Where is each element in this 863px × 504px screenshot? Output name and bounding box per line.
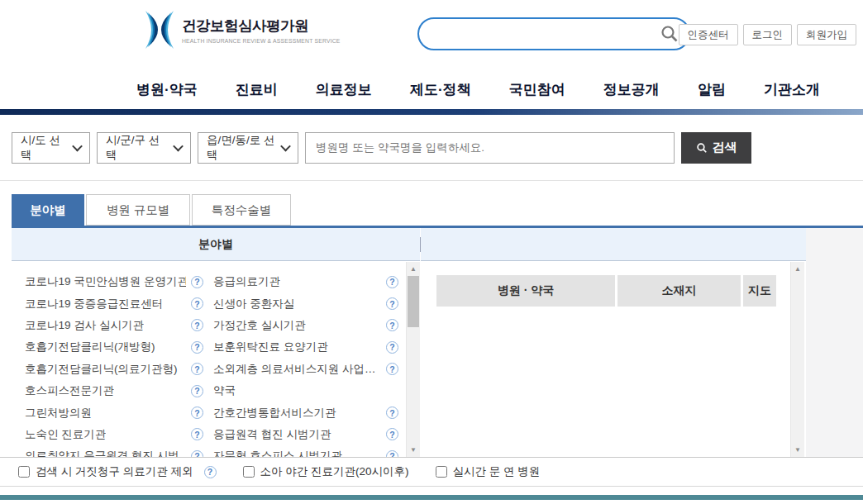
help-icon[interactable]: ? (191, 428, 203, 440)
help-icon[interactable]: ? (386, 297, 398, 310)
search-button[interactable]: 검색 (681, 132, 751, 164)
category-item[interactable]: 자문형 호스피스 시범기관 ? (213, 445, 398, 457)
checkbox-label: 소아 야간 진료기관(20시이후) (260, 464, 409, 479)
category-item[interactable]: 그린처방의원 ? (25, 402, 203, 423)
checkbox[interactable] (436, 466, 447, 478)
help-icon[interactable]: ? (386, 407, 398, 419)
scroll-down-icon[interactable]: ▼ (791, 444, 804, 456)
footer-filter-option[interactable]: 검색 시 거짓청구 의료기관 제외 ? (18, 464, 217, 479)
utility-buttons: 인증센터 로그인 회원가입 (679, 24, 857, 45)
global-search-input[interactable] (432, 21, 651, 46)
utility-button[interactable]: 회원가입 (797, 24, 856, 45)
main-nav: 병원·약국 진료비 의료정보 제도·정책 국민참여 정보공개 알림 기관소개 (136, 70, 820, 109)
category-item-label: 그린처방의원 (25, 406, 92, 421)
dong-select[interactable]: 읍/면/동/로 선택 (198, 132, 298, 164)
results-table-header: 병원 · 약국 소재지 지도 (436, 275, 776, 307)
category-item[interactable]: 응급의료기관 ? (213, 271, 398, 292)
category-item-label: 신생아 중환자실 (213, 297, 294, 311)
column-location: 소재지 (617, 275, 741, 307)
sigungu-select[interactable]: 시/군/구 선택 (97, 132, 191, 164)
help-icon[interactable]: ? (191, 319, 203, 331)
help-icon[interactable]: ? (386, 450, 398, 457)
scroll-down-icon[interactable]: ▼ (407, 444, 420, 456)
category-item[interactable]: 코로나19 중증응급진료센터 ? (25, 292, 203, 314)
site-subtitle: HEALTH INSURANCE REVIEW & ASSESSMENT SER… (182, 38, 341, 44)
category-item[interactable]: 신생아 중환자실 ? (213, 292, 398, 314)
nav-item[interactable]: 알림 (698, 80, 726, 99)
category-item-label: 간호간병통합서비스기관 (213, 406, 336, 421)
sido-select[interactable]: 시/도 선택 (12, 132, 90, 164)
category-item[interactable]: 가정간호 실시기관 ? (213, 315, 398, 336)
help-icon[interactable]: ? (191, 450, 203, 457)
sigungu-select-label: 시/군/구 선택 (106, 133, 169, 163)
category-item[interactable]: 응급원격 협진 시범기관 ? (213, 424, 398, 445)
checkbox-label: 실시간 문 연 병원 (453, 464, 541, 479)
search-icon[interactable] (660, 24, 679, 44)
tab-by-field[interactable]: 분야별 (12, 194, 84, 226)
help-icon[interactable]: ? (386, 363, 398, 375)
category-item-label: 호흡기전담클리닉(개방형) (25, 340, 155, 354)
utility-button[interactable]: 인증센터 (679, 24, 738, 45)
help-icon[interactable]: ? (191, 385, 203, 397)
category-item-label: 응급의료기관 (213, 274, 280, 289)
category-item[interactable]: 노숙인 진료기관 ? (25, 424, 203, 445)
help-icon[interactable]: ? (386, 341, 398, 354)
category-item[interactable]: 코로나19 국민안심병원 운영기관 ? (25, 271, 203, 292)
category-item[interactable]: 소외계층 의료서비스지원 사업… ? (213, 359, 398, 380)
footer-filter-option[interactable]: 소아 야간 진료기관(20시이후) ? (243, 464, 409, 479)
chevron-down-icon (173, 141, 184, 152)
help-icon[interactable]: ? (386, 276, 398, 288)
panel-header-divider (420, 237, 421, 252)
content-background (806, 228, 863, 457)
help-icon[interactable]: ? (204, 466, 217, 478)
nav-item[interactable]: 의료정보 (316, 80, 372, 99)
help-icon[interactable]: ? (191, 407, 203, 419)
search-button-label: 검색 (713, 140, 737, 155)
chevron-down-icon (280, 141, 291, 152)
category-scrollbar[interactable]: ▲ ▼ (406, 262, 420, 457)
scroll-up-icon[interactable]: ▲ (407, 263, 420, 275)
tab-bar: 분야별 병원 규모별 특정수술별 (12, 194, 291, 226)
help-icon[interactable]: ? (386, 319, 398, 331)
category-item-label: 호스피스전문기관 (25, 383, 114, 398)
help-icon[interactable]: ? (386, 428, 398, 440)
scrollbar-thumb[interactable] (408, 276, 419, 327)
category-item[interactable]: 호흡기전담클리닉(개방형) ? (25, 336, 203, 358)
nav-item[interactable]: 병원·약국 (136, 80, 198, 99)
help-icon[interactable]: ? (191, 276, 203, 288)
checkbox[interactable] (243, 466, 255, 478)
results-scrollbar[interactable]: ▲ ▼ (790, 262, 804, 457)
tab-by-surgery[interactable]: 특정수술별 (192, 194, 291, 226)
tab-by-hospital-size[interactable]: 병원 규모별 (86, 194, 190, 226)
category-item[interactable]: 보훈위탁진료 요양기관 ? (213, 336, 398, 358)
keyword-input[interactable] (305, 132, 675, 164)
nav-item[interactable]: 정보공개 (603, 80, 660, 99)
category-list-panel: 코로나19 국민안심병원 운영기관 ? 코로나19 중증응급진료센터 ? 코로나… (12, 262, 420, 457)
category-item-label: 노숙인 진료기관 (25, 427, 106, 442)
help-icon[interactable]: ? (191, 341, 203, 354)
footer-filter-option[interactable]: 실시간 문 연 병원 ? (436, 464, 541, 479)
utility-button[interactable]: 로그인 (743, 24, 793, 45)
results-panel: 병원 · 약국 소재지 지도 ▲ ▼ (421, 262, 806, 457)
category-item-label: 자문형 호스피스 시범기관 (213, 449, 342, 457)
scroll-up-icon[interactable]: ▲ (791, 263, 804, 275)
category-item[interactable]: 호스피스전문기관 ? (25, 380, 203, 402)
category-item-label: 보훈위탁진료 요양기관 (213, 340, 328, 354)
nav-item[interactable]: 진료비 (236, 80, 278, 99)
category-item[interactable]: 약국 ? (213, 380, 398, 402)
nav-underline-bar (0, 109, 863, 115)
category-item[interactable]: 코로나19 검사 실시기관 ? (25, 315, 203, 336)
category-item[interactable]: 간호간병통합서비스기관 ? (213, 402, 398, 423)
global-search[interactable] (417, 17, 690, 50)
help-icon[interactable]: ? (191, 297, 203, 310)
nav-item[interactable]: 기관소개 (764, 80, 820, 99)
footer-accent-bar (0, 495, 863, 500)
help-icon[interactable]: ? (191, 363, 203, 375)
category-item[interactable]: 호흡기전담클리닉(의료기관형) ? (25, 359, 203, 380)
category-item[interactable]: 의료취약지 응급원격 협진 시범 ? (25, 445, 203, 457)
logo[interactable]: 건강보험심사평가원 HEALTH INSURANCE REVIEW & ASSE… (144, 11, 341, 49)
nav-item[interactable]: 국민참여 (509, 80, 565, 99)
checkbox[interactable] (18, 466, 30, 478)
nav-item[interactable]: 제도·정책 (410, 80, 471, 99)
page: 건강보험심사평가원 HEALTH INSURANCE REVIEW & ASSE… (0, 0, 863, 504)
